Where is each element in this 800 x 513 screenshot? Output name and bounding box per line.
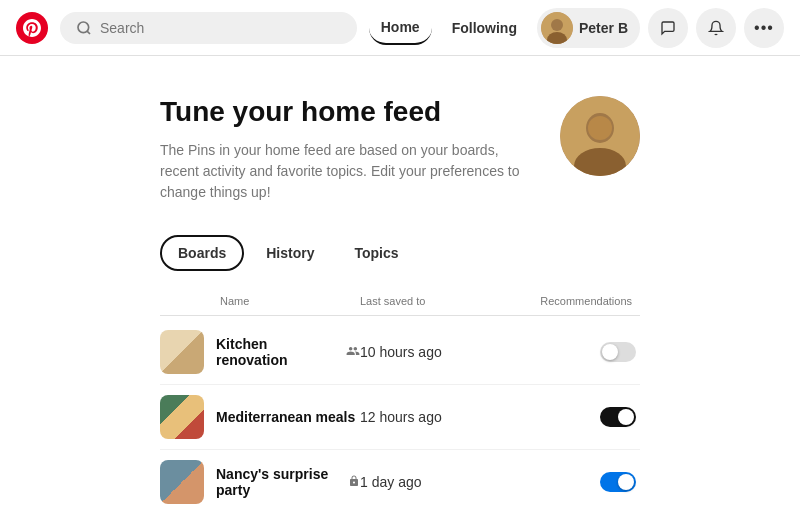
- person-icon: [346, 344, 360, 361]
- lock-icon: [348, 475, 360, 489]
- toggle-knob: [618, 409, 634, 425]
- notifications-button[interactable]: [696, 8, 736, 48]
- board-thumbnail: [160, 460, 204, 504]
- toggle-cell: [500, 407, 640, 427]
- col-header-name: Name: [160, 295, 360, 307]
- toggle-knob: [618, 474, 634, 490]
- hero-title: Tune your home feed: [160, 96, 540, 128]
- board-name-wrap: Mediterranean meals: [216, 409, 355, 425]
- toggle-cell: [500, 342, 640, 362]
- bell-icon: [708, 20, 724, 36]
- board-name-wrap: Kitchen renovation: [216, 336, 360, 368]
- tab-topics[interactable]: Topics: [336, 235, 416, 271]
- search-icon: [76, 20, 92, 36]
- hero-avatar: [560, 96, 640, 176]
- table-row: Nancy's surprise party 1 day ago: [160, 450, 640, 513]
- table-row: Mediterranean meals 12 hours ago: [160, 385, 640, 450]
- board-info: Kitchen renovation: [160, 330, 360, 374]
- tab-history[interactable]: History: [248, 235, 332, 271]
- svg-point-3: [551, 19, 563, 31]
- hero-section: Tune your home feed The Pins in your hom…: [160, 96, 640, 203]
- header: Home Following Peter B •••: [0, 0, 800, 56]
- last-saved-time: 12 hours ago: [360, 409, 500, 425]
- board-thumbnail: [160, 395, 204, 439]
- hero-avatar-image: [560, 96, 640, 176]
- recommendation-toggle[interactable]: [600, 342, 636, 362]
- pinterest-logo[interactable]: [16, 12, 48, 44]
- recommendation-toggle[interactable]: [600, 472, 636, 492]
- toggle-knob: [602, 344, 618, 360]
- board-info: Mediterranean meals: [160, 395, 360, 439]
- hero-text: Tune your home feed The Pins in your hom…: [160, 96, 540, 203]
- chat-button[interactable]: [648, 8, 688, 48]
- boards-list: Kitchen renovation 10 hours ago Mediterr…: [160, 320, 640, 513]
- board-name: Mediterranean meals: [216, 409, 355, 425]
- avatar-icon: [541, 12, 573, 44]
- board-info: Nancy's surprise party: [160, 460, 360, 504]
- svg-point-0: [78, 22, 89, 33]
- user-name: Peter B: [579, 20, 628, 36]
- toggle-cell: [500, 472, 640, 492]
- pinterest-icon: [23, 19, 41, 37]
- svg-point-8: [588, 116, 612, 140]
- main-content: Tune your home feed The Pins in your hom…: [0, 56, 800, 513]
- user-pill[interactable]: Peter B: [537, 8, 640, 48]
- board-name: Kitchen renovation: [216, 336, 340, 368]
- recommendation-toggle[interactable]: [600, 407, 636, 427]
- table-header: Name Last saved to Recommendations: [160, 295, 640, 316]
- nav-following[interactable]: Following: [440, 12, 529, 44]
- search-input[interactable]: [100, 20, 341, 36]
- last-saved-time: 10 hours ago: [360, 344, 500, 360]
- more-button[interactable]: •••: [744, 8, 784, 48]
- table-row: Kitchen renovation 10 hours ago: [160, 320, 640, 385]
- svg-line-1: [87, 31, 90, 34]
- board-name: Nancy's surprise party: [216, 466, 342, 498]
- col-header-recommendations: Recommendations: [500, 295, 640, 307]
- search-bar[interactable]: [60, 12, 357, 44]
- board-name-wrap: Nancy's surprise party: [216, 466, 360, 498]
- board-thumbnail: [160, 330, 204, 374]
- col-header-last-saved: Last saved to: [360, 295, 500, 307]
- nav-right: Home Following Peter B •••: [369, 8, 784, 48]
- chat-icon: [660, 20, 676, 36]
- nav-home[interactable]: Home: [369, 11, 432, 45]
- tabs: Boards History Topics: [160, 235, 640, 271]
- tab-boards[interactable]: Boards: [160, 235, 244, 271]
- hero-description: The Pins in your home feed are based on …: [160, 140, 540, 203]
- last-saved-time: 1 day ago: [360, 474, 500, 490]
- more-icon: •••: [754, 19, 774, 37]
- avatar: [541, 12, 573, 44]
